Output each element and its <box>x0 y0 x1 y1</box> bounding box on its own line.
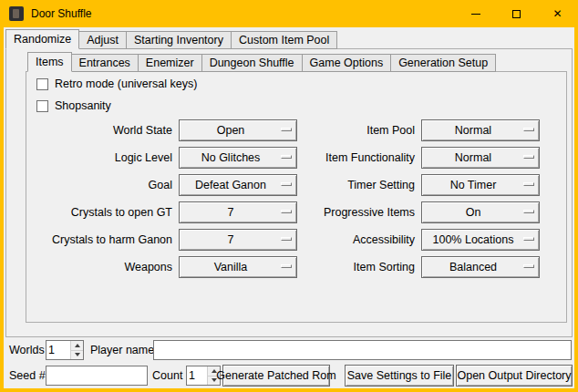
count-label: Count <box>152 366 182 386</box>
form-row: Timer Setting No Timer <box>304 174 540 196</box>
crystals-harm-ganon-value: 7 <box>180 230 296 250</box>
crystals-open-gt-label: Crystals to open GT <box>33 201 179 223</box>
minimize-button[interactable] <box>455 0 496 27</box>
item-sorting-dropdown[interactable]: Balanced <box>421 256 540 278</box>
dropdown-indicator-icon <box>281 210 292 213</box>
open-output-directory-button[interactable]: Open Output Directory <box>456 365 573 387</box>
weapons-label: Weapons <box>33 256 179 278</box>
form-row: World State Open <box>33 119 297 141</box>
player-names-input[interactable] <box>153 340 572 360</box>
accessibility-value: 100% Locations <box>422 230 539 250</box>
app-window: Door Shuffle ✕ Randomize Adjust Starting… <box>0 0 578 392</box>
seed-input[interactable] <box>46 366 148 386</box>
weapons-dropdown[interactable]: Vanilla <box>179 256 297 278</box>
app-icon[interactable] <box>9 6 24 21</box>
count-spinner[interactable] <box>186 366 221 386</box>
tab-enemizer[interactable]: Enemizer <box>138 54 202 72</box>
timer-setting-label: Timer Setting <box>304 174 421 196</box>
goal-value: Defeat Ganon <box>180 175 296 195</box>
item-pool-value: Normal <box>422 120 539 140</box>
maximize-button[interactable] <box>496 0 537 27</box>
progressive-items-dropdown[interactable]: On <box>421 201 540 223</box>
save-settings-button[interactable]: Save Settings to File <box>345 365 454 387</box>
world-state-value: Open <box>180 120 296 140</box>
dropdown-indicator-icon <box>281 128 292 131</box>
world-state-label: World State <box>33 119 179 141</box>
item-functionality-label: Item Functionality <box>304 147 421 169</box>
maximize-icon <box>512 10 521 18</box>
arrow-up-icon <box>75 344 80 347</box>
player-names-label: Player names <box>90 340 160 360</box>
worlds-label: Worlds <box>9 340 45 360</box>
worlds-spin-buttons <box>70 341 83 359</box>
form-row: Crystals to harm Ganon 7 <box>33 229 297 251</box>
tab-entrances[interactable]: Entrances <box>71 54 139 72</box>
timer-setting-value: No Timer <box>422 175 539 195</box>
dropdown-indicator-icon <box>281 237 292 241</box>
timer-setting-dropdown[interactable]: No Timer <box>421 174 540 196</box>
dropdown-indicator-icon <box>523 210 534 213</box>
item-pool-dropdown[interactable]: Normal <box>421 119 540 141</box>
tab-adjust[interactable]: Adjust <box>78 31 127 49</box>
form-row: Goal Defeat Ganon <box>33 174 297 196</box>
crystals-open-gt-dropdown[interactable]: 7 <box>179 201 297 223</box>
dropdown-indicator-icon <box>523 264 534 268</box>
window-controls: ✕ <box>455 0 578 27</box>
form-row: Logic Level No Glitches <box>33 147 297 169</box>
close-button[interactable]: ✕ <box>537 0 578 27</box>
tab-dungeon-shuffle[interactable]: Dungeon Shuffle <box>201 54 303 72</box>
dropdown-indicator-icon <box>523 128 534 131</box>
goal-label: Goal <box>33 174 179 196</box>
tab-starting-inventory[interactable]: Starting Inventory <box>126 31 232 49</box>
progressive-items-label: Progressive Items <box>304 201 421 223</box>
close-icon: ✕ <box>552 8 562 19</box>
options-column-left: World State Open Logic Level No Glitches… <box>33 119 297 284</box>
worlds-increment-button[interactable] <box>71 341 83 351</box>
world-state-dropdown[interactable]: Open <box>179 119 297 141</box>
tab-randomize[interactable]: Randomize <box>5 29 79 49</box>
form-row: Crystals to open GT 7 <box>33 201 297 223</box>
logic-level-value: No Glitches <box>180 148 296 168</box>
dropdown-indicator-icon <box>281 264 292 268</box>
dropdown-indicator-icon <box>523 155 534 159</box>
logic-level-dropdown[interactable]: No Glitches <box>179 147 297 169</box>
shopsanity-label: Shopsanity <box>55 98 111 113</box>
worlds-spinner[interactable] <box>46 340 84 360</box>
logic-level-label: Logic Level <box>33 147 179 169</box>
weapons-value: Vanilla <box>180 257 296 277</box>
retro-mode-checkbox-box <box>36 78 48 90</box>
crystals-harm-ganon-dropdown[interactable]: 7 <box>179 229 297 251</box>
item-sorting-value: Balanced <box>422 257 539 277</box>
tab-custom-item-pool[interactable]: Custom Item Pool <box>231 31 337 49</box>
retro-mode-checkbox[interactable]: Retro mode (universal keys) <box>36 77 197 91</box>
worlds-decrement-button[interactable] <box>71 351 83 360</box>
tab-generation-setup[interactable]: Generation Setup <box>390 54 496 72</box>
generate-patched-rom-button[interactable]: Generate Patched Rom <box>222 365 330 387</box>
form-row: Item Sorting Balanced <box>304 256 540 278</box>
tab-items[interactable]: Items <box>27 52 72 72</box>
seed-label: Seed # <box>9 366 46 386</box>
accessibility-label: Accessibility <box>304 229 421 251</box>
crystals-open-gt-value: 7 <box>180 202 296 222</box>
count-input[interactable] <box>187 366 207 385</box>
progressive-items-value: On <box>422 202 539 222</box>
tab-game-options[interactable]: Game Options <box>302 54 392 72</box>
minimize-icon <box>471 14 480 15</box>
worlds-input[interactable] <box>46 341 70 359</box>
dropdown-indicator-icon <box>523 237 534 241</box>
form-row: Progressive Items On <box>304 201 540 223</box>
retro-mode-label: Retro mode (universal keys) <box>55 77 197 91</box>
main-tab-bar: Randomize Adjust Starting Inventory Cust… <box>5 29 336 49</box>
goal-dropdown[interactable]: Defeat Ganon <box>179 174 297 196</box>
accessibility-dropdown[interactable]: 100% Locations <box>421 229 540 251</box>
item-functionality-dropdown[interactable]: Normal <box>421 147 540 169</box>
form-row: Accessibility 100% Locations <box>304 229 540 251</box>
dropdown-indicator-icon <box>523 182 534 186</box>
item-sorting-label: Item Sorting <box>304 256 421 278</box>
item-functionality-value: Normal <box>422 148 539 168</box>
window-title: Door Shuffle <box>31 7 92 20</box>
shopsanity-checkbox[interactable]: Shopsanity <box>36 98 111 113</box>
form-row: Weapons Vanilla <box>33 256 297 278</box>
form-row: Item Pool Normal <box>304 119 540 141</box>
titlebar: Door Shuffle ✕ <box>0 0 578 27</box>
